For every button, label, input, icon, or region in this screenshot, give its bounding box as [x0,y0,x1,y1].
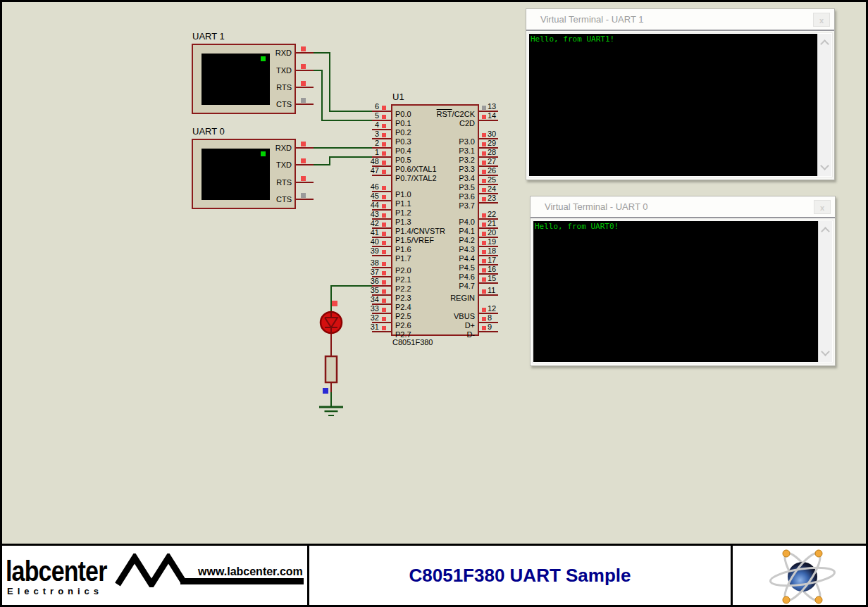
pin-state-indicator [382,308,386,312]
terminal-screen[interactable]: Hello, from UART1! [529,34,831,176]
terminal-title: Virtual Terminal - UART 1 [540,14,643,25]
terminal-window-virtual-terminal-uart-1[interactable]: Virtual Terminal - UART 1xHello, from UA… [526,8,835,180]
scroll-up-arrow-icon[interactable] [820,39,829,49]
pin-state-indicator [301,193,306,198]
wire[interactable] [314,70,372,120]
terminal-scrollbar[interactable] [817,34,831,176]
labcenter-logo-text: labcenter [6,556,107,587]
pin-state-indicator [382,124,386,128]
pin-state-indicator [382,223,386,227]
pin-state-indicator [382,170,386,174]
pin-state-indicator [301,142,306,146]
pin-state-indicator [382,326,386,330]
pin-state-indicator [382,133,386,137]
pin-state-indicator [301,158,306,163]
pin-state-indicator [482,161,486,165]
pin-state-indicator [382,142,386,146]
terminal-scrollbar[interactable] [818,221,832,362]
pin-state-indicator [482,115,486,119]
terminal-window-virtual-terminal-uart-0[interactable]: Virtual Terminal - UART 0xHello, from UA… [530,196,836,366]
canvas-border-top [0,0,868,2]
pin-state-indicator [482,188,486,192]
wire[interactable] [331,286,372,313]
pin-state-indicator [482,179,486,183]
pin-state-indicator [382,195,386,199]
pin-state-indicator [301,98,306,103]
logic-state-indicator [332,301,337,306]
close-icon[interactable]: x [813,13,830,27]
pin-state-indicator [382,161,386,165]
scroll-down-arrow-icon[interactable] [820,161,829,170]
pin-state-indicator [301,176,306,181]
pin-state-indicator [382,250,386,254]
pin-state-indicator [482,170,486,174]
close-icon[interactable]: x [814,200,831,214]
pin-state-indicator [382,115,386,119]
pin-state-indicator [382,232,386,236]
pin-state-indicator [482,213,486,218]
terminal-output: Hello, from UART0! [535,222,619,231]
pin-state-indicator [482,223,486,227]
pin-state-indicator [482,142,486,146]
pin-state-indicator [482,268,486,273]
pin-state-indicator [382,204,386,208]
terminal-screen[interactable]: Hello, from UART0! [533,221,832,362]
pin-state-indicator [301,64,306,69]
pin-state-indicator [482,241,486,245]
pin-state-indicator [482,308,486,312]
terminal-titlebar[interactable]: Virtual Terminal - UART 0x [531,196,835,218]
wire[interactable] [314,157,372,165]
pin-state-indicator [301,46,306,51]
pin-state-indicator [382,299,386,303]
pin-state-indicator [482,317,486,321]
document-title: C8051F380 UART Sample [309,546,731,605]
pin-state-indicator [382,213,386,218]
pin-state-indicator [482,289,486,294]
pin-state-indicator [382,317,386,321]
terminal-titlebar[interactable]: Virtual Terminal - UART 1x [526,9,834,31]
pin-state-indicator [482,197,486,201]
terminal-body: Hello, from UART0! [532,220,833,363]
pin-state-indicator [482,151,486,156]
pin-state-indicator [301,81,306,86]
pin-state-indicator [382,186,386,190]
pin-state-indicator [382,262,386,266]
title-block: labcenter Electronics www.labcenter.com … [0,544,868,607]
scroll-down-arrow-icon[interactable] [821,347,830,356]
terminal-body: Hello, from UART1! [528,32,833,177]
pin-state-indicator [482,106,486,110]
pin-state-indicator [482,277,486,282]
pin-state-indicator [482,250,486,254]
pin-state-indicator [382,271,386,275]
waveform-logo-icon [115,553,305,587]
pin-state-indicator [382,289,386,294]
schematic-canvas[interactable]: labcenter Electronics www.labcenter.com … [0,0,868,607]
pin-state-indicator [482,232,486,236]
pin-state-indicator [482,133,486,137]
resistor[interactable] [326,356,337,382]
scroll-up-arrow-icon[interactable] [821,227,830,236]
pin-state-indicator [482,259,486,263]
proteus-atom-logo [733,546,867,607]
canvas-border-left [0,0,2,607]
terminal-output: Hello, from UART1! [531,35,614,44]
pin-state-indicator [382,151,386,156]
labcenter-electronics-text: Electronics [7,586,103,596]
terminal-title: Virtual Terminal - UART 0 [545,201,647,212]
pin-state-indicator [482,326,486,330]
logic-state-indicator [323,388,328,394]
pin-state-indicator [382,241,386,245]
pin-state-indicator [382,280,386,284]
pin-state-indicator [382,106,386,110]
